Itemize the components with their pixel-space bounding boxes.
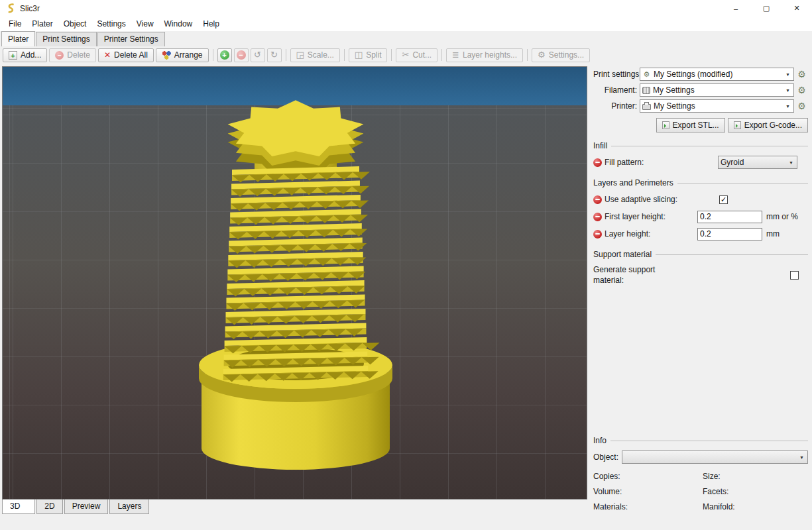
- fill-pattern-label: Fill pattern:: [605, 158, 644, 167]
- checkmark-icon: ✓: [721, 196, 726, 203]
- support-title: Support material: [593, 250, 652, 259]
- arrange-label: Arrange: [174, 50, 203, 60]
- export-gcode-icon: [734, 121, 741, 129]
- slic3r-window: Slic3r – ▢ ✕ File Plater Object Settings…: [0, 0, 812, 530]
- support-material-checkbox[interactable]: [790, 271, 799, 280]
- cut-button[interactable]: ✂ Cut...: [396, 48, 437, 62]
- toolbar-separator: [527, 49, 528, 61]
- delete-button[interactable]: − Delete: [49, 48, 96, 62]
- toolbar-separator: [286, 49, 286, 61]
- view-tabstrip: 3D 2D Preview Layers: [2, 500, 150, 514]
- preset-gear-icon: ⚙: [642, 70, 651, 78]
- menu-help[interactable]: Help: [198, 17, 225, 30]
- settings-gear-icon: ⚙: [538, 50, 546, 60]
- view-tab-2d[interactable]: 2D: [36, 500, 62, 514]
- layer-height-label: Layer height:: [605, 229, 697, 238]
- remove-override-icon[interactable]: [593, 230, 602, 238]
- adaptive-slicing-label: Use adaptive slicing:: [605, 195, 697, 204]
- menu-view[interactable]: View: [131, 17, 159, 30]
- add-icon: +: [9, 51, 17, 60]
- settings-panel: Print settings: ⚙ My Settings (modified)…: [593, 66, 812, 530]
- export-gcode-label: Export G-code...: [744, 121, 802, 130]
- chevron-down-icon: ▼: [787, 160, 795, 165]
- menu-file[interactable]: File: [3, 17, 27, 30]
- first-layer-height-input[interactable]: [697, 211, 762, 223]
- maximize-button[interactable]: ▢: [751, 0, 782, 17]
- filament-combo[interactable]: My Settings ▼: [640, 83, 794, 97]
- menu-window[interactable]: Window: [159, 17, 198, 30]
- layer-height-input[interactable]: [697, 228, 762, 240]
- filament-gear-button[interactable]: ⚙: [795, 85, 808, 95]
- print-settings-label: Print settings:: [593, 70, 637, 79]
- fill-pattern-value: Gyroid: [721, 158, 784, 167]
- adaptive-slicing-row: Use adaptive slicing: ✓: [593, 193, 808, 206]
- support-section-header: Support material: [593, 250, 808, 259]
- print-settings-combo[interactable]: ⚙ My Settings (modified) ▼: [640, 68, 794, 81]
- layer-heights-button[interactable]: ≣ Layer heights...: [446, 48, 523, 62]
- printer-gear-button[interactable]: ⚙: [795, 101, 808, 111]
- delete-icon: −: [55, 51, 64, 60]
- print-settings-gear-button[interactable]: ⚙: [795, 69, 808, 80]
- menu-object[interactable]: Object: [58, 17, 92, 30]
- export-stl-button[interactable]: Export STL...: [656, 118, 725, 132]
- view-tab-3d[interactable]: 3D: [2, 500, 35, 514]
- menu-settings[interactable]: Settings: [91, 17, 131, 30]
- infill-section-header: Infill: [593, 141, 808, 150]
- rotate-cw-icon: ↻: [270, 50, 278, 60]
- delete-all-button[interactable]: ✕ Delete All: [98, 48, 154, 62]
- add-button[interactable]: + Add...: [3, 48, 47, 62]
- remove-override-icon[interactable]: [593, 158, 602, 167]
- menu-bar: File Plater Object Settings View Window …: [0, 17, 812, 31]
- tab-printer-settings[interactable]: Printer Settings: [97, 32, 165, 46]
- chevron-down-icon: ▼: [783, 104, 792, 109]
- object-combo[interactable]: ▼: [622, 450, 808, 464]
- close-button[interactable]: ✕: [782, 0, 812, 17]
- arrange-button[interactable]: Arrange: [156, 48, 209, 62]
- object-settings-label: Settings...: [549, 50, 584, 60]
- object-label: Object:: [593, 452, 618, 462]
- section-divider: [677, 183, 808, 184]
- layer-heights-label: Layer heights...: [463, 50, 517, 60]
- tab-plater[interactable]: Plater: [1, 31, 35, 46]
- rotate-ccw-icon: ↺: [254, 50, 261, 60]
- rotate-cw-button[interactable]: ↻: [267, 48, 282, 62]
- rotate-ccw-button[interactable]: ↺: [251, 48, 265, 62]
- scale-button[interactable]: ◲ Scale...: [290, 48, 340, 62]
- decrease-copies-button[interactable]: −: [234, 48, 249, 62]
- infill-title: Infill: [593, 141, 607, 150]
- adaptive-slicing-checkbox[interactable]: ✓: [719, 195, 728, 204]
- copies-label: Copies:: [593, 472, 703, 481]
- export-row: Export STL... Export G-code...: [593, 118, 808, 132]
- view-tab-layers[interactable]: Layers: [109, 500, 149, 514]
- minimize-button[interactable]: –: [721, 0, 751, 17]
- fill-pattern-combo[interactable]: Gyroid ▼: [718, 156, 797, 169]
- tab-print-settings[interactable]: Print Settings: [36, 32, 96, 46]
- layers-title: Layers and Perimeters: [593, 178, 673, 187]
- object-settings-button[interactable]: ⚙ Settings...: [532, 48, 590, 62]
- split-label: Split: [366, 50, 381, 60]
- view-tab-preview[interactable]: Preview: [64, 500, 109, 514]
- remove-override-icon[interactable]: [593, 213, 602, 221]
- print-settings-value: My Settings (modified): [654, 70, 781, 79]
- increase-copies-button[interactable]: +: [217, 48, 232, 62]
- info-title: Info: [593, 436, 607, 445]
- split-button[interactable]: ◫ Split: [349, 48, 388, 62]
- toolbar-separator: [441, 49, 442, 61]
- first-layer-height-unit: mm or %: [766, 212, 798, 221]
- scale-icon: ◲: [296, 50, 304, 60]
- chevron-down-icon: ▼: [797, 455, 806, 460]
- support-material-row: Generate support material:: [593, 264, 808, 286]
- filament-row: Filament: My Settings ▼ ⚙: [593, 83, 808, 97]
- toolbar-separator: [213, 49, 213, 61]
- model-bolt[interactable]: [3, 67, 587, 500]
- filament-value: My Settings: [653, 85, 781, 95]
- plater-toolbar: + Add... − Delete ✕ Delete All Arrange +…: [0, 46, 812, 64]
- remove-override-icon[interactable]: [593, 195, 602, 204]
- print-settings-row: Print settings: ⚙ My Settings (modified)…: [593, 68, 808, 81]
- export-gcode-button[interactable]: Export G-code...: [728, 118, 808, 132]
- menu-plater[interactable]: Plater: [27, 17, 58, 30]
- increase-copies-icon: +: [220, 50, 229, 60]
- 3d-viewport[interactable]: [2, 66, 587, 500]
- printer-combo[interactable]: My Settings ▼: [640, 99, 794, 113]
- printer-label: Printer:: [593, 101, 637, 111]
